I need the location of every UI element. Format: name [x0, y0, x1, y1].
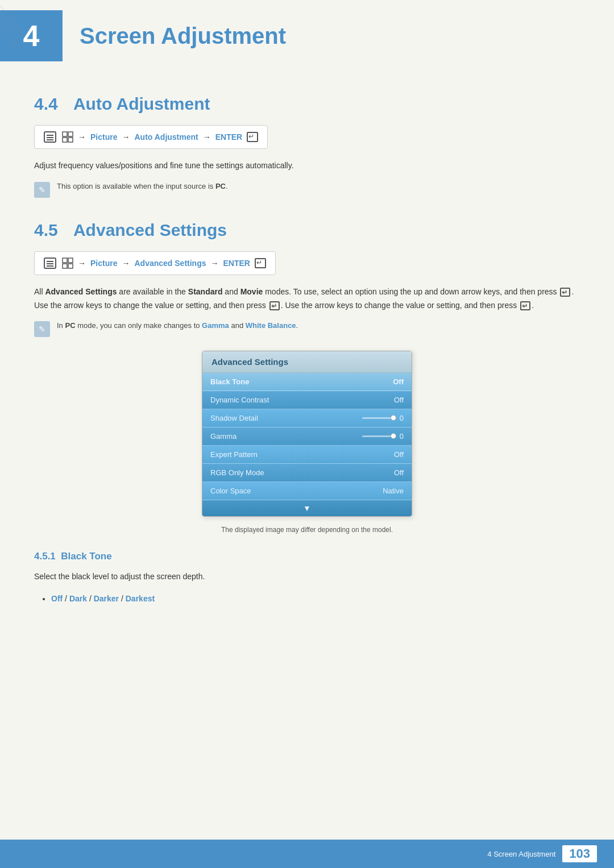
footer-section-label: 4 Screen Adjustment [487, 850, 555, 858]
section-4-5-1-heading: 4.5.1 Black Tone [34, 551, 580, 562]
row-label-shadow-detail: Shadow Detail [210, 414, 258, 422]
mockup-row-expert-pattern: Expert Pattern Off [202, 446, 412, 464]
mockup-row-gamma: Gamma 0 [202, 427, 412, 446]
menu-path-4-4: → Picture → Auto Adjustment → ENTER [34, 125, 268, 149]
enter-inline-1: ↵ [560, 288, 570, 297]
row-value-gamma: 0 [400, 432, 404, 441]
separator-3: / [121, 594, 126, 603]
note-box-4-5: In PC mode, you can only make changes to… [34, 320, 580, 337]
enter-icon-2 [255, 258, 266, 268]
arrow3-45: → [211, 259, 219, 268]
advanced-settings-mockup: Advanced Settings Black Tone Off Dynamic… [202, 351, 412, 517]
row-label-black-tone: Black Tone [210, 377, 249, 386]
note-box-4-4: This option is available when the input … [34, 181, 580, 198]
row-value-dynamic-contrast: Off [394, 396, 404, 404]
row-label-expert-pattern: Expert Pattern [210, 450, 258, 459]
enter-icon [247, 132, 258, 142]
footer-page-number: 103 [562, 845, 597, 862]
menu-path-4-5: → Picture → Advanced Settings → ENTER [34, 251, 276, 275]
white-balance-bold: White Balance [246, 321, 296, 330]
separator-1: / [65, 594, 69, 603]
section-4-4-heading: 4.4 Auto Adjustment [34, 94, 580, 114]
body-text-4-5-1: Select the black level to adjust the scr… [34, 570, 580, 584]
list-item-options: Off / Dark / Darker / Darkest [51, 592, 580, 606]
slider-thumb-gamma [391, 433, 396, 439]
option-darkest: Darkest [126, 594, 155, 603]
standard-bold: Standard [188, 287, 223, 296]
slider-line-shadow [362, 417, 396, 419]
gamma-bold: Gamma [202, 321, 229, 330]
enter-inline-2: ↵ [269, 301, 280, 310]
option-dark: Dark [69, 594, 87, 603]
row-value-expert-pattern: Off [394, 450, 404, 459]
menu-item-picture-2: Picture [90, 259, 117, 268]
svg-rect-7 [63, 138, 67, 142]
down-arrow: ▼ [303, 504, 311, 513]
arrow1-45: → [78, 259, 86, 268]
decorative-diagonal [0, 0, 23, 51]
svg-rect-6 [68, 132, 73, 136]
arrow1: → [78, 132, 86, 142]
option-darker: Darker [94, 594, 119, 603]
slider-shadow-detail: 0 [362, 414, 404, 422]
arrow2: → [122, 132, 130, 142]
note-text-4-5: In PC mode, you can only make changes to… [57, 320, 298, 332]
arrow2-45: → [122, 259, 130, 268]
separator-2: / [89, 594, 94, 603]
mockup-row-dynamic-contrast: Dynamic Contrast Off [202, 391, 412, 409]
movie-bold: Movie [240, 287, 263, 296]
menu-item-advanced: Advanced Settings [134, 259, 206, 268]
menu-item-picture: Picture [90, 132, 117, 142]
chapter-title: Screen Adjustment [80, 23, 286, 49]
grid-icon [62, 131, 73, 143]
svg-line-0 [0, 6, 23, 28]
menu-icon-2 [44, 258, 56, 269]
mockup-footer: ▼ [202, 500, 412, 516]
row-label-gamma: Gamma [210, 432, 237, 441]
row-label-dynamic-contrast: Dynamic Contrast [210, 396, 269, 404]
ui-mockup-wrapper: Advanced Settings Black Tone Off Dynamic… [34, 351, 580, 517]
svg-rect-12 [68, 264, 73, 268]
pc-bold: PC [215, 182, 226, 190]
menu-item-auto-adjustment: Auto Adjustment [134, 132, 198, 142]
slider-thumb-shadow [391, 415, 396, 421]
arrow3: → [203, 132, 211, 142]
mockup-row-black-tone: Black Tone Off [202, 373, 412, 391]
advanced-settings-bold: Advanced Settings [45, 287, 117, 296]
menu-item-enter: ENTER [215, 132, 242, 142]
svg-rect-9 [63, 258, 67, 263]
note-text-4-4: This option is available when the input … [57, 181, 228, 193]
svg-rect-8 [68, 138, 73, 142]
mockup-header: Advanced Settings [202, 351, 412, 373]
row-value-rgb-only: Off [394, 468, 404, 477]
row-value-color-space: Native [383, 487, 404, 495]
svg-line-3 [0, 23, 23, 45]
option-off: Off [51, 594, 63, 603]
section-4-5-heading: 4.5 Advanced Settings [34, 221, 580, 240]
body-text-4-5: All Advanced Settings are available in t… [34, 285, 580, 313]
options-list: Off / Dark / Darker / Darkest [51, 592, 580, 606]
menu-icon [44, 131, 56, 143]
mockup-row-rgb-only: RGB Only Mode Off [202, 464, 412, 482]
svg-line-1 [0, 11, 23, 34]
note-icon [34, 182, 50, 198]
svg-rect-5 [63, 132, 67, 136]
slider-line-gamma [362, 435, 396, 437]
menu-item-enter-2: ENTER [223, 259, 250, 268]
enter-inline-3: ↵ [520, 301, 530, 310]
svg-rect-10 [68, 258, 73, 263]
mockup-caption: The displayed image may differ depending… [34, 526, 580, 534]
chapter-header: 4 Screen Adjustment [0, 0, 614, 72]
slider-gamma: 0 [362, 432, 404, 441]
svg-rect-11 [63, 264, 67, 268]
body-text-4-4: Adjust frequency values/positions and fi… [34, 159, 580, 173]
mockup-row-color-space: Color Space Native [202, 482, 412, 500]
row-label-rgb-only: RGB Only Mode [210, 468, 264, 477]
grid-icon-2 [62, 258, 73, 269]
note-icon-2 [34, 321, 50, 337]
mockup-row-shadow-detail: Shadow Detail 0 [202, 409, 412, 427]
row-value-black-tone: Off [393, 377, 404, 386]
pc-bold-2: PC [65, 321, 75, 330]
svg-line-2 [0, 17, 23, 40]
row-label-color-space: Color Space [210, 487, 251, 495]
